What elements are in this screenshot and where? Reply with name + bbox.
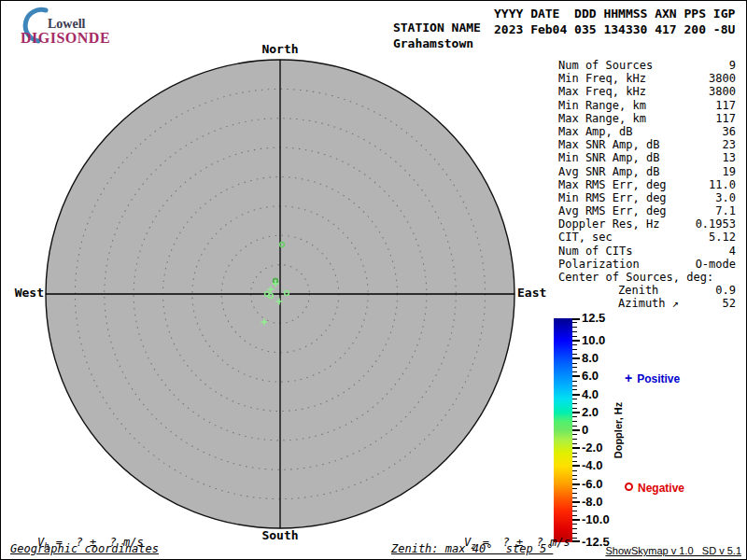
colorbar-minor-tick: [572, 443, 577, 444]
stat-value: 11.0: [667, 178, 736, 191]
stat-label: Polarization: [558, 258, 640, 271]
colorbar-minor-tick: [572, 439, 577, 440]
doppler-axis-title: Doppler, Hz: [613, 374, 624, 486]
legend-negative-label: Negative: [638, 482, 684, 495]
legend-positive: +Positive: [625, 371, 680, 385]
colorbar-minor-tick: [572, 344, 577, 345]
colorbar-major-tick: [572, 318, 580, 320]
stat-row: Num of Sources9: [558, 59, 736, 72]
stat-label: Num of Sources: [558, 59, 653, 72]
stat-label: Zenith: [558, 284, 658, 297]
colorbar-minor-tick: [572, 461, 577, 462]
colorbar-tick-label: 10.0: [582, 333, 605, 348]
stat-value: 0.1953: [659, 217, 736, 231]
stat-row: Azimuth ↗52: [558, 297, 736, 310]
stat-value: 117: [646, 99, 736, 112]
colorbar-minor-tick: [572, 524, 577, 525]
legend-positive-label: Positive: [637, 372, 680, 385]
colorbar-minor-tick: [572, 336, 577, 337]
coordinates-note: Geographic coordinates: [10, 542, 159, 555]
stat-row: PolarizationO-mode: [558, 258, 736, 271]
stat-value: 19: [659, 165, 736, 178]
stat-label: Max Freq, kHz: [558, 85, 646, 98]
colorbar-major-tick: [572, 394, 580, 396]
stat-label: Min RMS Err, deg: [558, 191, 667, 204]
stat-row: Min SNR Amp, dB13: [558, 151, 736, 164]
colorbar-minor-tick: [572, 479, 577, 480]
stat-row: Max Freq, kHz3800: [558, 85, 736, 98]
colorbar-minor-tick: [572, 331, 577, 332]
stat-label: Min SNR Amp, dB: [558, 151, 659, 164]
stat-value: 117: [646, 112, 736, 125]
colorbar-tick-label: 12.5: [582, 311, 605, 326]
colorbar-major-tick: [572, 375, 580, 377]
colorbar-major-tick: [572, 340, 580, 342]
colorbar-minor-tick: [572, 426, 577, 427]
stat-row: Center of Sources, deg:: [558, 271, 736, 284]
colorbar-tick-label: 0: [582, 423, 588, 438]
colorbar-minor-tick: [572, 385, 577, 386]
stat-value: 3800: [646, 85, 736, 98]
stat-value: 0.9: [658, 284, 736, 297]
stat-row: Min Freq, kHz3800: [558, 72, 736, 85]
colorbar-tick-label: -4.0: [582, 458, 602, 473]
colorbar-minor-tick: [572, 528, 577, 529]
stat-value: 52: [679, 297, 736, 310]
colorbar-minor-tick: [572, 416, 577, 417]
stat-value: 36: [632, 125, 736, 138]
colorbar-major-tick: [572, 412, 580, 413]
colorbar-minor-tick: [572, 434, 577, 435]
zenith-range-note: Zenith: max 40° step 5°: [391, 542, 553, 555]
colorbar-major-tick: [572, 540, 580, 542]
stat-label: Max Range, km: [558, 112, 646, 125]
stat-label: Azimuth ↗: [558, 297, 679, 310]
stat-label: Min Freq, kHz: [558, 72, 646, 85]
stat-value: 4: [632, 245, 736, 258]
colorbar-tick-label: 8.0: [582, 351, 599, 366]
stat-row: Min RMS Err, deg3.0: [558, 191, 736, 204]
colorbar-minor-tick: [572, 538, 577, 539]
stat-value: 3.0: [667, 191, 736, 204]
stat-value: 13: [659, 151, 736, 164]
colorbar-minor-tick: [572, 511, 577, 511]
version-credit: ShowSkymap v 1.0 SD v 5.1: [605, 545, 741, 556]
colorbar-minor-tick: [572, 399, 577, 399]
stat-value: 7.1: [667, 204, 736, 217]
colorbar-minor-tick: [572, 506, 577, 507]
stat-label: Num of CITs: [558, 245, 632, 258]
colorbar-minor-tick: [572, 322, 577, 323]
stat-row: Num of CITs4: [558, 245, 736, 258]
stats-panel: Num of Sources9Min Freq, kHz3800Max Freq…: [558, 59, 736, 311]
colorbar-major-tick: [572, 357, 580, 359]
stat-label: Max SNR Amp, dB: [558, 138, 659, 151]
stat-label: CIT, sec: [558, 231, 613, 244]
colorbar-minor-tick: [572, 381, 577, 382]
skymap-window: Lowell DIGISONDE STATION NAME YYYY DATE …: [0, 0, 747, 560]
stat-row: Zenith0.9: [558, 284, 736, 297]
colorbar-tick-label: 4.0: [582, 387, 599, 402]
stat-value: 5.12: [613, 231, 736, 244]
colorbar-tick-label: 6.0: [582, 369, 599, 384]
stat-label: Doppler Res, Hz: [558, 217, 659, 231]
stat-label: Avg RMS Err, deg: [558, 204, 667, 217]
colorbar-major-tick: [572, 501, 580, 503]
compass-east-label: East: [517, 286, 546, 300]
stat-row: Max Amp, dB36: [558, 125, 736, 138]
stat-label: Center of Sources, deg:: [558, 271, 713, 284]
legend-negative: Negative: [625, 482, 684, 495]
colorbar-minor-tick: [572, 327, 577, 328]
stat-label: Avg SNR Amp, dB: [558, 165, 659, 178]
stat-value: O-mode: [640, 258, 736, 271]
colorbar-tick-label: 2.0: [582, 405, 599, 420]
stat-row: Max RMS Err, deg11.0: [558, 178, 736, 191]
doppler-colorbar: [554, 318, 572, 542]
plus-marker-icon: +: [625, 371, 632, 385]
colorbar-minor-tick: [572, 354, 577, 355]
colorbar-tick-label: -2.0: [582, 441, 602, 455]
stat-row: Max SNR Amp, dB23: [558, 138, 736, 151]
stat-value: 3800: [646, 72, 736, 85]
colorbar-minor-tick: [572, 349, 577, 350]
colorbar-major-tick: [572, 447, 580, 449]
colorbar-minor-tick: [572, 515, 577, 516]
colorbar-major-tick: [572, 465, 580, 467]
